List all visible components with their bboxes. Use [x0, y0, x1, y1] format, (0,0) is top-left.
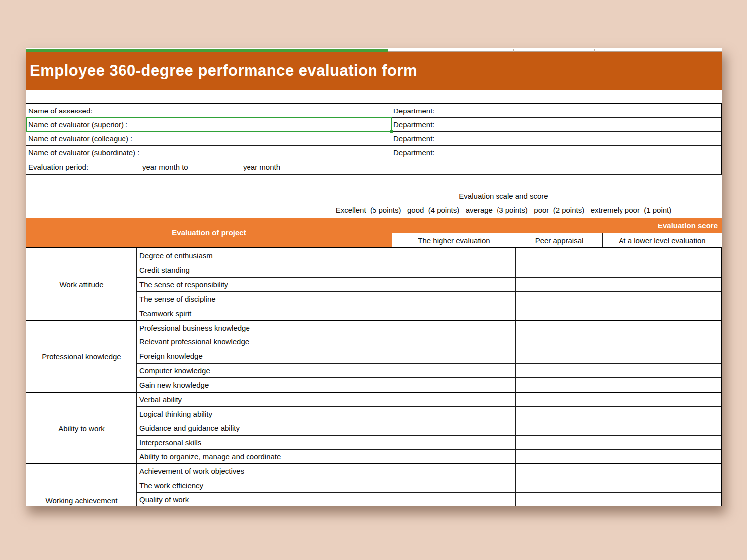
department-cell[interactable]: Department: [391, 117, 721, 131]
score-header-label: Evaluation score [658, 222, 718, 230]
spreadsheet-sheet: Employee 360-degree performance evaluati… [26, 48, 722, 506]
score-cell[interactable] [515, 263, 602, 277]
score-cell[interactable] [515, 335, 602, 349]
scale-values-row: Excellent (5 points) good (4 points) ave… [26, 203, 722, 218]
name-of-evaluator-subordinate-label: Name of evaluator (subordinate) : [28, 148, 139, 157]
score-cell[interactable] [515, 349, 602, 363]
criterion-cell: Verbal ability [136, 392, 392, 406]
score-cell[interactable] [392, 363, 515, 378]
score-cell[interactable] [515, 421, 602, 435]
score-cell[interactable] [602, 363, 721, 378]
column-header-lower-level-evaluation: At a lower level evaluation [602, 233, 722, 247]
category-cell: Ability to work [26, 392, 136, 463]
period-range-end: year month [243, 160, 280, 174]
department-cell[interactable]: Department: [391, 131, 721, 145]
score-cell[interactable] [392, 463, 515, 478]
score-cell[interactable] [515, 406, 602, 421]
evaluation-table-body: Work attitudeDegree of enthusiasmCredit … [26, 247, 722, 506]
score-cell[interactable] [602, 320, 721, 335]
period-range-start: year month to [142, 160, 188, 174]
column-header-higher-evaluation: The higher evaluation [392, 233, 516, 247]
scale-header-label: Evaluation scale and score [459, 189, 548, 203]
score-cell[interactable] [602, 449, 721, 464]
department-cell[interactable]: Department: [391, 104, 721, 117]
score-cell[interactable] [515, 492, 602, 506]
criterion-cell: The sense of discipline [136, 291, 392, 306]
score-cell[interactable] [392, 248, 515, 263]
score-cell[interactable] [602, 478, 721, 492]
score-cell[interactable] [392, 306, 515, 320]
score-cell[interactable] [392, 291, 515, 306]
score-cell[interactable] [602, 335, 721, 349]
score-cell[interactable] [515, 463, 602, 478]
score-cell[interactable] [602, 435, 721, 449]
score-cell[interactable] [602, 377, 721, 392]
score-cell[interactable] [602, 421, 721, 435]
name-of-evaluator-colleague-cell[interactable]: Name of evaluator (colleague) : [26, 131, 391, 145]
score-cell[interactable] [392, 421, 515, 435]
score-cell[interactable] [602, 492, 721, 506]
score-header-cell: Evaluation score [392, 218, 722, 233]
score-cell[interactable] [602, 463, 721, 478]
score-cell[interactable] [602, 306, 721, 320]
score-cell[interactable] [515, 478, 602, 492]
criterion-cell: Quality of work [136, 492, 392, 506]
score-cell[interactable] [602, 277, 721, 292]
score-cell[interactable] [392, 449, 515, 464]
department-label: Department: [393, 134, 435, 143]
score-cell[interactable] [515, 377, 602, 392]
fill-handle[interactable] [390, 130, 393, 133]
score-cell[interactable] [392, 377, 515, 392]
score-cell[interactable] [602, 263, 721, 277]
criterion-cell: Teamwork spirit [136, 306, 392, 320]
name-of-evaluator-subordinate-cell[interactable]: Name of evaluator (subordinate) : [26, 145, 391, 159]
department-label: Department: [393, 148, 435, 157]
title-banner: Employee 360-degree performance evaluati… [26, 52, 722, 90]
department-label: Department: [393, 120, 435, 129]
score-cell[interactable] [392, 320, 515, 335]
score-cell[interactable] [602, 392, 721, 406]
score-cell[interactable] [515, 277, 602, 292]
score-cell[interactable] [392, 492, 515, 506]
score-cell[interactable] [602, 406, 721, 421]
criterion-cell: Interpersonal skills [136, 435, 392, 449]
criterion-cell: Achievement of work objectives [136, 463, 392, 478]
criterion-cell: Degree of enthusiasm [136, 248, 392, 263]
category-cell: Working achievement [26, 463, 136, 506]
score-cell[interactable] [515, 248, 602, 263]
department-cell[interactable]: Department: [391, 145, 721, 159]
criterion-cell: The work efficiency [136, 478, 392, 492]
score-cell[interactable] [515, 291, 602, 306]
score-cell[interactable] [392, 277, 515, 292]
empty-row [26, 175, 722, 189]
page-title: Employee 360-degree performance evaluati… [26, 52, 722, 90]
score-cell[interactable] [392, 349, 515, 363]
score-cell[interactable] [392, 478, 515, 492]
score-cell[interactable] [602, 349, 721, 363]
project-header-label: Evaluation of project [172, 228, 246, 237]
score-cell[interactable] [392, 406, 515, 421]
score-cell[interactable] [392, 263, 515, 277]
score-cell[interactable] [602, 291, 721, 306]
criterion-cell: Computer knowledge [136, 363, 392, 378]
page-background: { "title": "Employee 360-degree performa… [0, 0, 747, 560]
score-columns-row: The higher evaluation Peer appraisal At … [392, 233, 722, 247]
criterion-cell: Ability to organize, manage and coordina… [136, 449, 392, 464]
evaluation-period-label: Evaluation period: [28, 160, 88, 174]
score-cell[interactable] [602, 248, 721, 263]
score-cell[interactable] [515, 449, 602, 464]
name-of-assessed-label: Name of assessed: [28, 107, 92, 115]
active-cell-selection[interactable] [26, 117, 392, 132]
score-cell[interactable] [515, 320, 602, 335]
score-cell[interactable] [392, 392, 515, 406]
score-cell[interactable] [515, 306, 602, 320]
score-cell[interactable] [515, 363, 602, 378]
score-cell[interactable] [515, 435, 602, 449]
criterion-cell: Professional business knowledge [136, 320, 392, 335]
criterion-cell: Relevant professional knowledge [136, 335, 392, 349]
evaluation-period-row[interactable]: Evaluation period: year month to year mo… [26, 160, 722, 175]
score-cell[interactable] [392, 335, 515, 349]
name-of-assessed-cell[interactable]: Name of assessed: [26, 104, 391, 117]
score-cell[interactable] [515, 392, 602, 406]
score-cell[interactable] [392, 435, 515, 449]
